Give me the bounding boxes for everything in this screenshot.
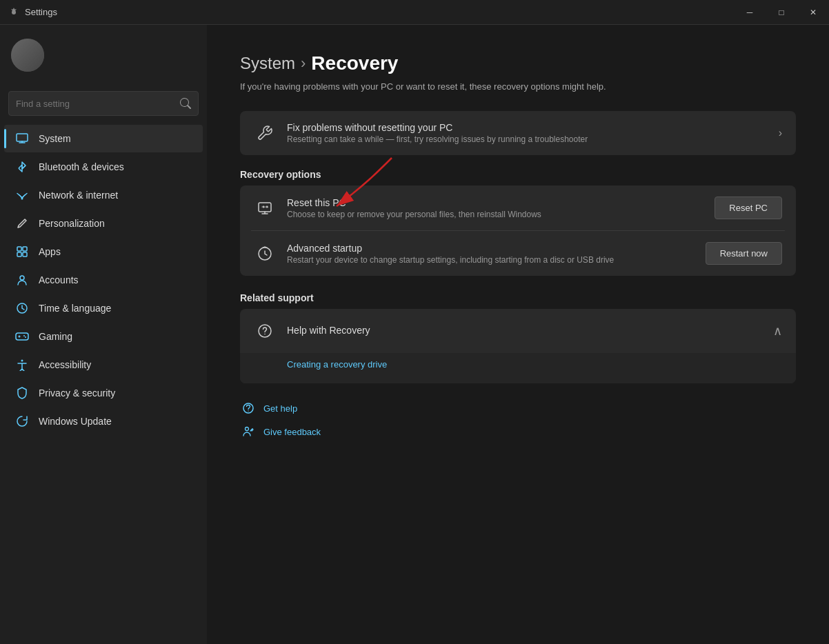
sidebar-item-label-system: System (39, 133, 71, 144)
sidebar-item-label-gaming: Gaming (39, 331, 72, 342)
sidebar-item-accounts[interactable]: Accounts (4, 266, 203, 294)
svg-rect-9 (16, 333, 28, 340)
sidebar-item-personalization[interactable]: Personalization (4, 210, 203, 237)
svg-rect-1 (17, 134, 28, 141)
minimize-button[interactable]: ─ (734, 0, 766, 25)
reset-pc-title: Reset this PC (287, 197, 703, 208)
titlebar-title: Settings (25, 7, 57, 17)
svg-rect-5 (17, 252, 21, 256)
windows-update-icon (15, 414, 29, 428)
reset-pc-icon (254, 197, 276, 219)
svg-rect-3 (17, 247, 21, 251)
give-feedback-label: Give feedback (263, 427, 321, 437)
advanced-startup-subtitle: Restart your device to change startup se… (287, 255, 695, 265)
fix-problems-row[interactable]: Fix problems without resetting your PC R… (240, 111, 796, 155)
breadcrumb: System › Recovery (240, 52, 796, 74)
search-icon (180, 98, 191, 109)
fix-problems-icon (254, 122, 276, 144)
breadcrumb-parent: System (240, 54, 295, 73)
privacy-icon (15, 386, 29, 400)
sidebar-item-label-accounts: Accounts (39, 274, 79, 285)
creating-recovery-drive-link[interactable]: Creating a recovery drive (287, 359, 387, 370)
sidebar-nav: System Bluetooth & devices (0, 124, 207, 436)
sidebar-item-privacy[interactable]: Privacy & security (4, 379, 203, 407)
reset-pc-action: Reset PC (715, 197, 782, 219)
get-help-icon (240, 400, 257, 416)
sidebar-item-label-accessibility: Accessibility (39, 359, 91, 370)
help-with-recovery-header[interactable]: Help with Recovery ∧ (240, 309, 796, 353)
svg-point-20 (246, 427, 249, 431)
help-with-recovery-text: Help with Recovery (287, 325, 762, 337)
svg-point-10 (23, 335, 25, 336)
related-support-label: Related support (240, 292, 796, 303)
help-with-recovery-title: Help with Recovery (287, 325, 762, 336)
sidebar-item-label-personalization: Personalization (39, 218, 105, 229)
fix-problems-title: Fix problems without resetting your PC (287, 122, 768, 133)
sidebar-item-network[interactable]: Network & internet (4, 181, 203, 209)
give-feedback-icon (240, 423, 257, 440)
recovery-options-label: Recovery options (240, 169, 796, 180)
advanced-startup-title: Advanced startup (287, 243, 695, 254)
advanced-startup-action: Restart now (706, 242, 782, 265)
svg-rect-4 (23, 247, 27, 251)
sidebar-item-label-privacy: Privacy & security (39, 388, 115, 399)
system-icon (15, 132, 29, 145)
svg-point-19 (248, 410, 248, 411)
svg-point-7 (20, 276, 24, 280)
sidebar-item-windows-update[interactable]: Windows Update (4, 407, 203, 435)
user-section (0, 25, 207, 85)
sidebar-item-apps[interactable]: Apps (4, 238, 203, 265)
svg-point-17 (264, 334, 266, 335)
close-button[interactable]: ✕ (797, 0, 829, 25)
footer-links: Get help Give feedback (240, 400, 796, 440)
sidebar-item-label-windows-update: Windows Update (39, 416, 112, 427)
apps-icon (15, 245, 29, 259)
help-with-recovery-icon (254, 320, 276, 342)
main-content: System › Recovery If you're having probl… (207, 25, 829, 644)
get-help-row[interactable]: Get help (240, 400, 796, 416)
titlebar-controls: ─ □ ✕ (734, 0, 829, 25)
advanced-startup-icon (254, 243, 276, 265)
breadcrumb-separator: › (301, 54, 306, 72)
sidebar-item-system[interactable]: System (4, 125, 203, 152)
titlebar-left: Settings (8, 7, 57, 18)
search-container (0, 85, 207, 124)
advanced-startup-text: Advanced startup Restart your device to … (287, 243, 695, 265)
bluetooth-icon (15, 160, 29, 174)
sidebar-item-bluetooth[interactable]: Bluetooth & devices (4, 153, 203, 181)
help-expand-toggle[interactable]: ∧ (773, 323, 782, 339)
fix-problems-card: Fix problems without resetting your PC R… (240, 111, 796, 155)
sidebar-item-label-apps: Apps (39, 246, 61, 257)
reset-pc-button[interactable]: Reset PC (715, 197, 782, 219)
time-icon (15, 301, 29, 315)
sidebar-item-time[interactable]: Time & language (4, 294, 203, 322)
get-help-label: Get help (263, 403, 297, 414)
breadcrumb-current: Recovery (311, 52, 398, 74)
advanced-startup-row[interactable]: Advanced startup Restart your device to … (240, 231, 796, 276)
settings-app-icon (8, 7, 19, 18)
support-body: Creating a recovery drive (240, 353, 796, 383)
svg-rect-6 (23, 252, 27, 256)
fix-problems-text: Fix problems without resetting your PC R… (287, 122, 768, 144)
reset-pc-row[interactable]: Reset this PC Choose to keep or remove y… (240, 185, 796, 230)
sidebar-item-gaming[interactable]: Gaming (4, 323, 203, 350)
svg-point-12 (21, 360, 23, 362)
give-feedback-row[interactable]: Give feedback (240, 423, 796, 440)
sidebar-item-label-network: Network & internet (39, 190, 118, 201)
gaming-icon (15, 330, 29, 343)
accessibility-icon (15, 358, 29, 372)
svg-point-11 (25, 336, 26, 338)
accounts-icon (15, 273, 29, 287)
restart-now-button[interactable]: Restart now (706, 242, 782, 265)
reset-pc-card: Reset this PC Choose to keep or remove y… (240, 185, 796, 276)
svg-point-2 (21, 198, 23, 200)
fix-problems-subtitle: Resetting can take a while — first, try … (287, 134, 768, 144)
search-input[interactable] (16, 99, 174, 109)
fix-problems-chevron: › (779, 127, 782, 139)
reset-pc-text: Reset this PC Choose to keep or remove y… (287, 197, 703, 219)
sidebar: System Bluetooth & devices (0, 25, 207, 644)
sidebar-item-label-time: Time & language (39, 303, 111, 314)
maximize-button[interactable]: □ (766, 0, 797, 25)
sidebar-item-accessibility[interactable]: Accessibility (4, 351, 203, 379)
search-box[interactable] (8, 91, 199, 116)
